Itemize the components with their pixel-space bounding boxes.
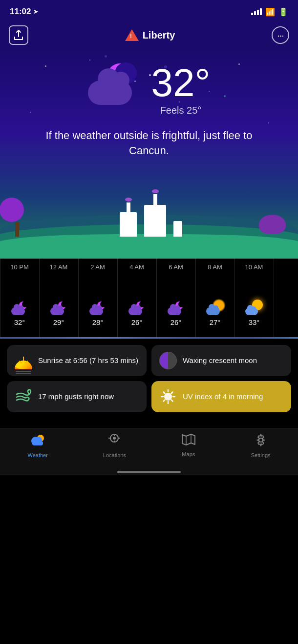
svg-line-8 [164,400,165,402]
info-cards: Sunrise at 6:56 (7 hrs 53 mins) Waxing c… [0,339,298,418]
status-bar: 11:02 ➤ 📶 🔋 [0,0,298,21]
hour-label: 12 AM [50,263,68,274]
hour-label: 6 AM [169,263,183,274]
svg-rect-12 [32,441,43,445]
wind-card: 17 mph gusts right now [7,381,147,412]
hour-chart: 33° [234,274,274,337]
settings-nav-label: Settings [251,452,271,458]
hour-label: 8 AM [208,263,222,274]
hour-temp: 32° [14,318,25,332]
bush-right [259,215,286,234]
status-time: 11:02 ➤ [10,7,38,17]
spacer [0,418,298,428]
hour-temp: 29° [53,318,64,332]
sunrise-icon [15,352,32,369]
alert-icon [125,29,139,41]
hour-col-10pm: 10 PM 32° [0,259,39,337]
temperature-block: 32° Feels 25° [151,63,211,116]
uv-text: UV index of 4 in morning [183,392,263,402]
more-icon: ··· [277,30,284,41]
hour-label: 10 AM [245,263,263,274]
status-icons: 📶 🔋 [251,7,288,17]
cloudy-night-icon [11,302,28,315]
svg-point-18 [113,437,116,440]
location-header: Liberty [125,29,175,41]
feels-like: Feels 25° [151,105,211,116]
tree-left [10,198,24,237]
hour-temp: 33° [249,318,260,332]
signal-bars [251,8,262,15]
bottom-nav: Weather Locations Maps [0,428,298,468]
partly-cloudy-day-icon [206,301,224,315]
hour-label: 4 AM [129,263,144,274]
settings-nav-icon [254,433,268,450]
hour-chart: 26° [117,274,156,337]
hourly-section[interactable]: 10 PM 32° 12 AM [0,259,298,339]
locations-nav-label: Locations [103,452,126,458]
battery-icon: 🔋 [278,7,288,17]
hour-col-4am: 4 AM 26° [117,259,156,337]
hour-temp: 28° [92,318,104,332]
svg-point-0 [164,393,172,401]
wifi-icon: 📶 [265,7,275,17]
hour-col-10am: 10 AM 33° [234,259,274,337]
hour-col-extra [274,259,283,337]
maps-nav-label: Maps [182,451,195,457]
share-button[interactable] [9,25,28,45]
moon-text: Waxing crescent moon [183,356,257,365]
hour-col-6am: 6 AM 26° [156,259,195,337]
time-display: 11:02 [10,7,31,17]
wind-icon [15,388,32,405]
hour-temp: 27° [210,318,221,332]
current-temp: 32° [151,63,211,102]
svg-line-7 [171,392,173,394]
sunrise-text: Sunrise at 6:56 (7 hrs 53 mins) [38,356,138,365]
svg-point-21 [259,438,263,442]
city-name: Liberty [143,30,175,41]
cloudy-night-icon [50,302,67,315]
uv-icon [159,388,177,405]
hour-chart: 28° [78,274,117,337]
weather-nav-label: Weather [27,452,47,458]
hour-col-8am: 8 AM 27° [195,259,234,337]
signal-bar-1 [251,13,253,15]
buildings [120,189,182,237]
hour-chart: 26° [156,274,195,337]
home-indicator [0,468,298,475]
moon-phase-icon [159,352,177,369]
svg-line-5 [164,392,165,394]
weather-main: 32° Feels 25° [10,54,288,116]
location-arrow-icon: ➤ [33,8,38,15]
signal-bar-4 [260,8,262,15]
nav-weather[interactable]: Weather [22,433,52,458]
hour-temp: 26° [131,318,143,332]
app-header: Liberty ··· [0,21,298,49]
maps-nav-icon [181,433,196,449]
nav-settings[interactable]: Settings [246,433,276,458]
weather-nav-icon [30,433,45,450]
more-button[interactable]: ··· [272,26,289,44]
hour-col-2am: 2 AM 28° [78,259,117,337]
sunrise-card: Sunrise at 6:56 (7 hrs 53 mins) [7,345,147,376]
hour-chart: 32° [0,274,39,337]
weather-condition-icon [88,63,142,107]
hourly-scroll: 10 PM 32° 12 AM [0,259,298,337]
hour-chart: 29° [39,274,78,337]
hour-chart: 27° [195,274,234,337]
landscape [0,200,298,259]
svg-line-6 [171,400,173,402]
cloudy-night-icon [128,302,145,315]
signal-bar-3 [257,10,259,15]
moon-card: Waxing crescent moon [151,345,291,376]
home-bar [117,471,181,473]
cloudy-night-icon [89,302,106,315]
uv-card: UV index of 4 in morning [151,381,291,412]
nav-locations[interactable]: Locations [98,433,131,458]
wind-text: 17 mph gusts right now [38,392,114,402]
weather-hero: 32° Feels 25° If the weather outside is … [0,49,298,259]
nav-maps[interactable]: Maps [176,433,201,458]
partly-cloudy-sun-icon [245,300,263,315]
hour-temp: 26° [170,318,182,332]
hour-col-12am: 12 AM 29° [39,259,78,337]
hour-label: 10 PM [10,263,29,274]
